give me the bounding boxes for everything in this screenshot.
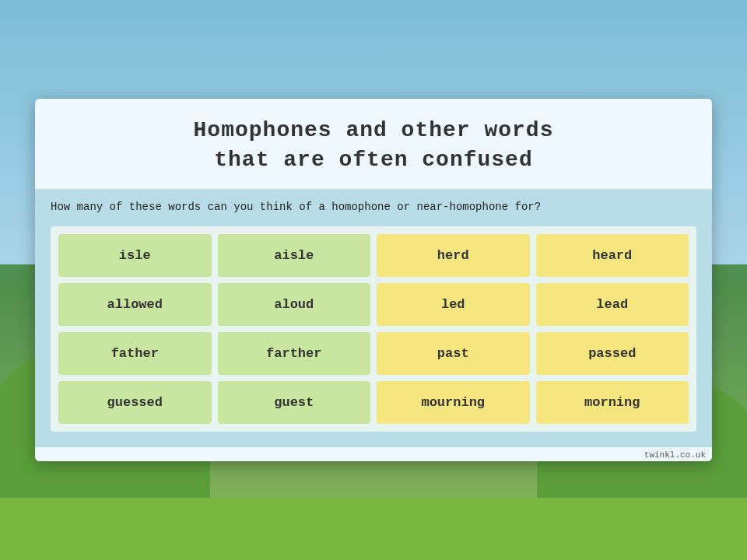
instruction-text: How many of these words can you think of… [51, 200, 696, 215]
word-cell: farther [218, 332, 371, 375]
word-cell: aloud [218, 283, 371, 326]
title-section: Homophones and other words that are ofte… [35, 99, 712, 189]
word-cell: isle [58, 234, 212, 277]
word-cell: aisle [218, 234, 371, 277]
grid-row: father farther past passed [58, 332, 689, 375]
word-cell: herd [377, 234, 530, 277]
word-cell: passed [536, 332, 689, 375]
word-grid: isle aisle herd heard allowed aloud led … [51, 226, 696, 432]
grid-row: isle aisle herd heard [58, 234, 689, 277]
title-line2: that are often confused [214, 148, 532, 172]
word-cell: morning [536, 381, 689, 424]
word-cell: allowed [58, 283, 212, 326]
word-cell: past [377, 332, 530, 375]
title-line1: Homophones and other words [194, 118, 554, 142]
main-card: Homophones and other words that are ofte… [35, 99, 712, 460]
word-cell: led [377, 283, 530, 326]
grid-row: guessed guest mourning morning [58, 381, 689, 424]
word-cell: lead [536, 283, 689, 326]
word-cell: guest [218, 381, 371, 424]
word-cell: father [58, 332, 212, 375]
grid-row: allowed aloud led lead [58, 283, 689, 326]
word-cell: heard [536, 234, 689, 277]
content-section: How many of these words can you think of… [35, 189, 712, 447]
word-cell: mourning [377, 381, 530, 424]
page-title: Homophones and other words that are ofte… [51, 116, 696, 175]
branding-badge: twinkl.co.uk [35, 447, 712, 461]
word-cell: guessed [58, 381, 212, 424]
